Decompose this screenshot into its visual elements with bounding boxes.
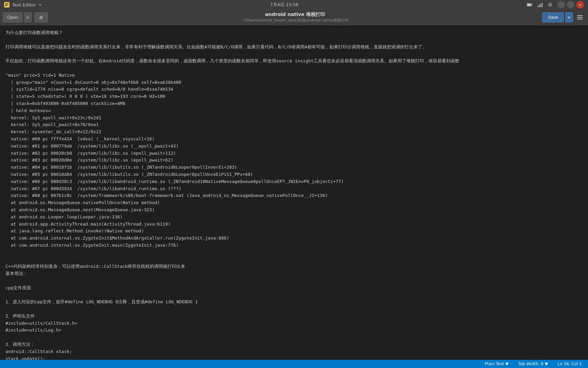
svg-rect-2 <box>5 5 7 6</box>
system-bar-right: – □ × <box>527 1 584 9</box>
close-button[interactable]: × <box>576 1 584 9</box>
svg-rect-8 <box>540 4 541 7</box>
open-chevron-icon <box>26 16 29 19</box>
settings-icon[interactable] <box>547 2 553 8</box>
svg-rect-13 <box>577 17 583 18</box>
window-controls[interactable]: – □ × <box>557 1 584 9</box>
svg-rect-12 <box>577 15 583 16</box>
minimize-button[interactable]: – <box>557 1 565 9</box>
file-title: android native 堆栈打印 <box>265 12 325 18</box>
save-chevron-icon <box>567 16 571 19</box>
editor-container: 为什么要打印函数调用堆栈？ 打印调用堆栈可以直接把问题发生时的函数调用关系打出来… <box>0 25 588 360</box>
system-bar: Text Editor 7月4日 23:56 – □ × <box>0 0 588 10</box>
editor-content[interactable]: 为什么要打印函数调用堆栈？ 打印调用堆栈可以直接把问题发生时的函数调用关系打出来… <box>0 25 588 360</box>
svg-point-10 <box>549 4 551 6</box>
language-selector[interactable]: Plain Text ▼ <box>483 360 511 368</box>
pin-icon <box>39 15 44 20</box>
app-icon <box>4 2 10 7</box>
battery-icon <box>527 2 533 8</box>
svg-rect-0 <box>5 3 9 4</box>
maximize-button[interactable]: □ <box>567 1 574 9</box>
svg-line-11 <box>39 18 40 19</box>
open-button[interactable]: Open <box>3 12 22 22</box>
tab-width-label: Tab Width: 8 <box>518 362 543 366</box>
svg-rect-9 <box>542 3 542 7</box>
language-label: Plain Text <box>485 362 504 366</box>
language-chevron-icon: ▼ <box>506 362 509 366</box>
tab-width-chevron-icon: ▼ <box>545 362 548 366</box>
hamburger-icon <box>577 15 583 20</box>
app-title: Text Editor <box>12 2 36 7</box>
pin-button[interactable] <box>34 12 48 22</box>
svg-rect-5 <box>532 4 532 5</box>
toolbar-title-area: android native 堆栈打印 ~/Downloads/all_less… <box>49 12 541 23</box>
status-bar: Plain Text ▼ Tab Width: 8 ▼ Ln 38, Col 1 <box>0 360 588 368</box>
hamburger-menu-button[interactable] <box>574 12 585 22</box>
svg-rect-14 <box>577 19 583 19</box>
tab-width-selector[interactable]: Tab Width: 8 ▼ <box>516 360 550 368</box>
toolbar: Open android native 堆栈打印 ~/Downloads/all… <box>0 10 588 25</box>
open-dropdown-button[interactable] <box>24 12 32 22</box>
save-dropdown-button[interactable] <box>565 12 573 22</box>
network-icon <box>537 2 543 8</box>
svg-rect-7 <box>539 5 540 7</box>
svg-rect-4 <box>527 4 531 6</box>
svg-rect-1 <box>5 4 9 5</box>
app-menu-chevron-icon[interactable] <box>38 3 42 6</box>
svg-rect-6 <box>538 6 538 7</box>
system-bar-left: Text Editor <box>4 2 42 7</box>
cursor-position: Ln 38, Col 1 <box>555 360 584 368</box>
open-label: Open <box>7 15 18 20</box>
save-button[interactable]: Save <box>542 12 564 22</box>
file-path: ~/Downloads/all_lesson_data/实战/android n… <box>242 18 348 23</box>
system-time: 7月4日 23:56 <box>270 2 298 8</box>
position-label: Ln 38, Col 1 <box>557 362 582 366</box>
